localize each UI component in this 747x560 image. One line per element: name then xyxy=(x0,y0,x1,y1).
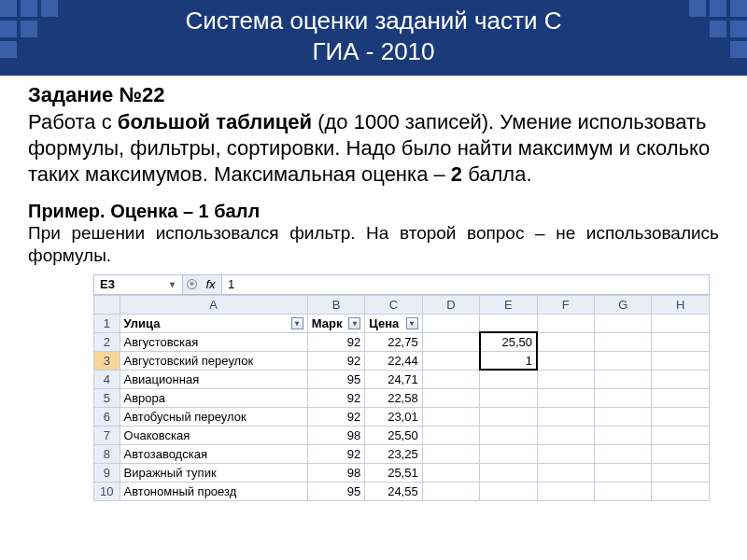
row-header[interactable]: 1 xyxy=(94,314,120,332)
cell[interactable] xyxy=(537,351,594,370)
filter-button[interactable]: ▾ xyxy=(291,317,303,329)
row-header[interactable]: 5 xyxy=(94,388,120,407)
row-header[interactable]: 6 xyxy=(94,407,120,426)
cell[interactable]: Автобусный переулок xyxy=(120,407,307,426)
cell[interactable] xyxy=(537,407,594,426)
cell[interactable] xyxy=(537,314,594,332)
cell[interactable]: 95 xyxy=(307,482,364,500)
cell[interactable]: 92 xyxy=(307,351,364,370)
cell[interactable] xyxy=(422,332,479,351)
name-box-dropdown-icon[interactable]: ▾ xyxy=(167,279,176,289)
cell[interactable] xyxy=(652,351,710,370)
cell[interactable]: Авиационная xyxy=(120,370,307,388)
cell[interactable]: Августовская xyxy=(120,332,307,351)
filter-button[interactable]: ▾ xyxy=(348,317,360,329)
cell[interactable] xyxy=(595,370,652,388)
filter-button[interactable]: ▾ xyxy=(406,317,418,329)
cell[interactable] xyxy=(595,482,652,500)
row-header[interactable]: 3 xyxy=(94,351,120,370)
cell[interactable] xyxy=(422,351,479,370)
cell[interactable]: Улица▾ xyxy=(120,314,307,332)
cell[interactable] xyxy=(537,370,594,388)
cell[interactable]: 92 xyxy=(307,444,364,463)
cell[interactable] xyxy=(480,388,537,407)
spreadsheet-grid[interactable]: A B C D E F G H 1 Улица▾ Марк▾ Цена▾ 2Ав xyxy=(93,295,710,501)
col-header-e[interactable]: E xyxy=(480,295,537,314)
cell[interactable] xyxy=(595,463,652,482)
cell[interactable] xyxy=(537,463,594,482)
name-box[interactable]: E3 ▾ xyxy=(94,275,183,294)
cell[interactable]: 24,71 xyxy=(365,370,422,388)
row-header[interactable]: 2 xyxy=(94,332,120,351)
cell[interactable]: Очаковская xyxy=(120,426,307,444)
cell[interactable] xyxy=(652,426,710,444)
cell[interactable] xyxy=(652,314,710,332)
cell[interactable] xyxy=(480,407,537,426)
cell[interactable]: 1 xyxy=(480,351,537,370)
cell[interactable]: Виражный тупик xyxy=(120,463,307,482)
cell[interactable]: Цена▾ xyxy=(365,314,422,332)
col-header-a[interactable]: A xyxy=(120,295,307,314)
cell[interactable] xyxy=(480,370,537,388)
cell[interactable]: 92 xyxy=(307,407,364,426)
cell[interactable] xyxy=(537,332,594,351)
cell[interactable]: 25,51 xyxy=(365,463,422,482)
cell[interactable] xyxy=(422,426,479,444)
cell[interactable] xyxy=(595,314,652,332)
select-all-corner[interactable] xyxy=(94,295,120,314)
cell[interactable]: Августовский переулок xyxy=(120,351,307,370)
cell[interactable]: 95 xyxy=(307,370,364,388)
cell[interactable]: 22,58 xyxy=(365,388,422,407)
cell[interactable] xyxy=(537,482,594,500)
cell[interactable] xyxy=(595,332,652,351)
cell[interactable] xyxy=(595,426,652,444)
cell[interactable]: 22,44 xyxy=(365,351,422,370)
col-header-g[interactable]: G xyxy=(595,295,652,314)
row-header[interactable]: 10 xyxy=(94,482,120,500)
cell[interactable] xyxy=(537,444,594,463)
cell[interactable] xyxy=(480,463,537,482)
fx-button[interactable]: fx xyxy=(200,275,222,294)
row-header[interactable]: 9 xyxy=(94,463,120,482)
cell[interactable]: Автозаводская xyxy=(120,444,307,463)
col-header-f[interactable]: F xyxy=(537,295,594,314)
cell[interactable] xyxy=(480,482,537,500)
row-header[interactable]: 4 xyxy=(94,370,120,388)
cell[interactable] xyxy=(595,351,652,370)
col-header-d[interactable]: D xyxy=(422,295,479,314)
cell[interactable] xyxy=(652,388,710,407)
cell[interactable] xyxy=(595,388,652,407)
row-header[interactable]: 7 xyxy=(94,426,120,444)
cell[interactable] xyxy=(652,444,710,463)
cell[interactable] xyxy=(652,332,710,351)
cell[interactable] xyxy=(652,407,710,426)
cell[interactable]: 92 xyxy=(307,388,364,407)
cell[interactable] xyxy=(480,444,537,463)
cell[interactable]: 92 xyxy=(307,332,364,351)
cell[interactable]: 23,25 xyxy=(365,444,422,463)
cell[interactable] xyxy=(595,407,652,426)
cell[interactable] xyxy=(422,463,479,482)
cell[interactable] xyxy=(422,407,479,426)
cell[interactable] xyxy=(422,388,479,407)
cell[interactable] xyxy=(652,370,710,388)
cell[interactable]: 23,01 xyxy=(365,407,422,426)
cell[interactable]: 22,75 xyxy=(365,332,422,351)
cell[interactable]: 98 xyxy=(307,426,364,444)
cell[interactable]: 25,50 xyxy=(365,426,422,444)
cell[interactable] xyxy=(595,444,652,463)
cell[interactable]: 25,50 xyxy=(480,332,537,351)
cell[interactable] xyxy=(652,463,710,482)
formula-expand-icon[interactable]: ⦿ xyxy=(183,275,200,294)
col-header-b[interactable]: B xyxy=(307,295,364,314)
cell[interactable]: 24,55 xyxy=(365,482,422,500)
cell[interactable]: Аврора xyxy=(120,388,307,407)
cell[interactable] xyxy=(480,314,537,332)
cell[interactable] xyxy=(422,314,479,332)
cell[interactable] xyxy=(422,444,479,463)
cell[interactable] xyxy=(652,482,710,500)
cell[interactable]: Марк▾ xyxy=(307,314,364,332)
formula-input[interactable]: 1 xyxy=(222,275,709,294)
cell[interactable] xyxy=(422,370,479,388)
cell[interactable] xyxy=(480,426,537,444)
